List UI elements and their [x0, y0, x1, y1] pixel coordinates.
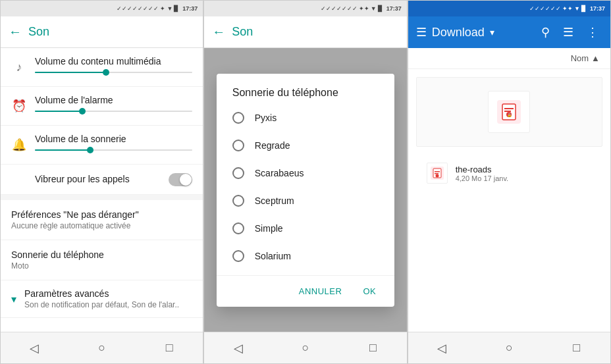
more-options-icon[interactable]: ⋮	[583, 22, 602, 42]
sound-title: Son	[28, 25, 195, 39]
sort-label[interactable]: Nom	[571, 53, 589, 63]
alarm-icon: ⏰	[11, 99, 27, 113]
file-info-0: the-roads 4,20 Mo 17 janv.	[456, 165, 509, 182]
panel-dialog: ✓✓✓✓✓✓✓ ✦✦ ▼ ▉ 17:37 ← Son Sonnerie du t…	[203, 0, 407, 364]
file-preview-card[interactable]: 🔒	[416, 77, 602, 147]
ringtone-label-1: Regrade	[255, 140, 290, 151]
sort-bar: Nom ▲	[408, 48, 610, 69]
alarm-volume-title: Volume de l'alarme	[35, 95, 192, 105]
vibration-item[interactable]: · Vibreur pour les appels	[1, 165, 203, 195]
hamburger-icon[interactable]: ☰	[416, 25, 427, 39]
ringtone-slider[interactable]	[35, 149, 192, 151]
dialog-bg-content: Sonnerie du téléphone Pyxis Regrade Scar…	[204, 48, 406, 332]
svg-rect-2	[504, 108, 514, 109]
time-2: 17:37	[386, 5, 402, 12]
battery-icon-3: ▉	[581, 5, 586, 12]
svg-point-10	[435, 174, 438, 178]
recent-nav-2[interactable]: □	[359, 335, 386, 361]
alarm-volume-item[interactable]: ⏰ Volume de l'alarme	[1, 87, 203, 126]
multimedia-volume-title: Volume du contenu multimédia	[35, 56, 192, 66]
ringtone-slider-track	[35, 149, 192, 151]
dialog-overlay: Sonnerie du téléphone Pyxis Regrade Scar…	[204, 48, 406, 332]
status-bar-2: ✓✓✓✓✓✓✓ ✦✦ ▼ ▉ 17:37	[204, 1, 406, 16]
ringtone-volume-title: Volume de la sonnerie	[35, 134, 192, 144]
ringtone-label-5: Solarium	[255, 251, 291, 261]
alarm-slider[interactable]	[35, 111, 192, 112]
dialog-title: Sonnerie du téléphone	[217, 74, 394, 104]
back-nav-3[interactable]: ◁	[429, 335, 455, 361]
advanced-title: Paramètres avancés	[24, 288, 192, 299]
ringtone-slider-thumb[interactable]	[87, 147, 93, 153]
back-nav-1[interactable]: ◁	[21, 335, 47, 361]
back-button-1[interactable]: ←	[9, 24, 22, 39]
multimedia-volume-item[interactable]: ♪ Volume du contenu multimédia	[1, 48, 203, 87]
svg-text:🔒: 🔒	[507, 113, 512, 118]
advanced-subtitle: Son de notification par défaut, Son de l…	[24, 300, 192, 309]
file-meta-0: 4,20 Mo 17 janv.	[456, 174, 509, 182]
home-nav-3[interactable]: ○	[496, 335, 522, 361]
ringtone-option-0[interactable]: Pyxis	[217, 104, 394, 132]
ringtone-label-4: Simple	[255, 223, 283, 234]
ringtone-option-2[interactable]: Scarabaeus	[217, 159, 394, 187]
ringtone-label-3: Sceptrum	[255, 195, 294, 206]
file-list-item-0[interactable]: the-roads 4,20 Mo 17 janv.	[416, 155, 602, 192]
svg-rect-9	[435, 173, 438, 174]
panel-download: ✓✓✓✓✓✓ ✦✦ ▼ ▉ 17:37 ☰ Download ▾ ⚲ ☰ ⋮ N…	[408, 0, 611, 364]
recent-nav-1[interactable]: □	[156, 335, 182, 361]
time-1: 17:37	[182, 5, 198, 12]
download-title: Download	[432, 26, 485, 39]
vibration-toggle[interactable]	[169, 173, 192, 186]
ringtone-option-3[interactable]: Sceptrum	[217, 187, 394, 215]
multimedia-slider[interactable]	[35, 72, 192, 73]
back-button-2[interactable]: ←	[212, 24, 225, 39]
wifi-icon-2: ▼	[371, 5, 377, 12]
alarm-slider-thumb[interactable]	[79, 108, 86, 115]
file-icon-small-svg	[431, 167, 444, 180]
battery-icon: ▉	[174, 5, 178, 12]
panel-sound: ✓✓✓✓✓✓✓✓ ✦ ▼ ▉ 17:37 ← Son ♪ Volume du c…	[0, 0, 203, 364]
status-bar-3: ✓✓✓✓✓✓ ✦✦ ▼ ▉ 17:37	[408, 1, 610, 16]
ringtone-slider-fill	[35, 149, 90, 151]
list-view-icon[interactable]: ☰	[559, 22, 577, 42]
radio-regrade	[232, 140, 244, 151]
dialog-list: Pyxis Regrade Scarabaeus Sceptrum	[217, 104, 394, 275]
ringtone-option-4[interactable]: Simple	[217, 215, 394, 242]
ok-button[interactable]: OK	[355, 281, 384, 301]
recent-nav-3[interactable]: □	[564, 335, 590, 361]
radio-solarium	[232, 250, 244, 262]
phone-ringtone-title: Sonnerie du téléphone	[11, 249, 192, 260]
download-content: Nom ▲ 🔒	[408, 48, 610, 332]
bell-icon: 🔔	[11, 138, 27, 152]
cancel-button[interactable]: ANNULER	[291, 281, 350, 301]
svg-rect-8	[435, 171, 440, 172]
search-icon[interactable]: ⚲	[537, 22, 554, 42]
multimedia-slider-thumb[interactable]	[103, 69, 109, 76]
home-nav-2[interactable]: ○	[292, 335, 319, 361]
ringtone-option-6[interactable]: Sparse	[217, 270, 394, 275]
dialog-bg-header: ← Son	[204, 16, 406, 48]
files-container: 🔒 the-roads 4,20 Mo 17	[408, 69, 610, 199]
wifi-icon-3: ▼	[574, 5, 580, 12]
divider-1	[1, 195, 203, 200]
radio-pyxis	[232, 112, 244, 124]
alarm-slider-fill	[35, 111, 82, 112]
vibration-icon: ·	[11, 172, 27, 186]
chevron-icon[interactable]: ▾	[490, 27, 494, 38]
dialog-bg-title: Son	[232, 25, 398, 39]
advanced-item[interactable]: ▾ Paramètres avancés Son de notification…	[1, 280, 203, 318]
dnd-item[interactable]: Préférences "Ne pas déranger" Aucune règ…	[1, 200, 203, 240]
ringtone-option-1[interactable]: Regrade	[217, 132, 394, 159]
toggle-knob	[180, 174, 192, 186]
phone-ringtone-item[interactable]: Sonnerie du téléphone Moto	[1, 240, 203, 280]
sort-direction-icon[interactable]: ▲	[591, 53, 600, 63]
vibration-title: Vibreur pour les appels	[35, 174, 130, 184]
time-3: 17:37	[590, 5, 605, 12]
ringtone-dialog: Sonnerie du téléphone Pyxis Regrade Scar…	[217, 74, 394, 307]
ringtone-volume-item[interactable]: 🔔 Volume de la sonnerie	[1, 126, 203, 165]
ringtone-option-5[interactable]: Solarium	[217, 242, 394, 270]
back-nav-2[interactable]: ◁	[225, 335, 252, 361]
home-nav-1[interactable]: ○	[89, 335, 115, 361]
status-icons-2: ✓✓✓✓✓✓✓ ✦✦ ▼ ▉ 17:37	[321, 5, 402, 12]
file-name-0: the-roads	[456, 165, 509, 174]
svg-rect-3	[504, 111, 511, 112]
